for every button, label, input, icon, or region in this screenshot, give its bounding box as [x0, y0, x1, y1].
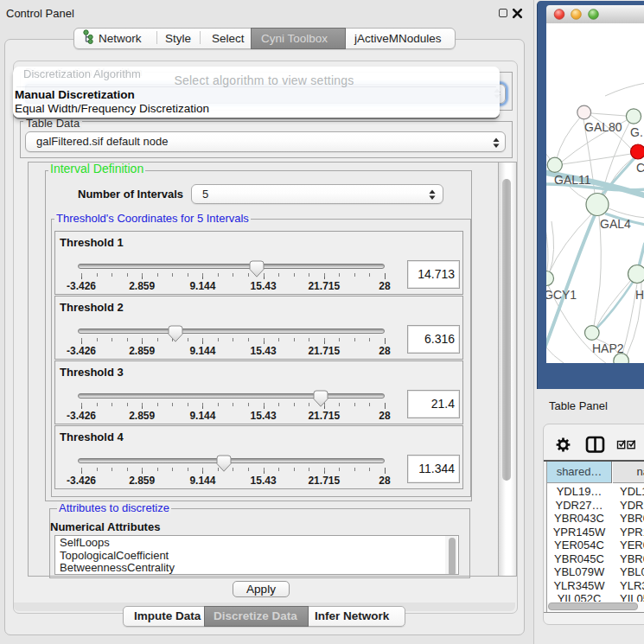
svg-text:HAP2: HAP2 — [592, 341, 624, 355]
svg-text:GCY1: GCY1 — [546, 288, 577, 302]
svg-text:H: H — [635, 288, 644, 302]
svg-text:GAL11: GAL11 — [554, 173, 591, 187]
svg-text:GAL4: GAL4 — [600, 217, 631, 231]
svg-text:G.: G. — [630, 125, 643, 139]
svg-text:GAL80: GAL80 — [584, 120, 622, 134]
svg-text:C: C — [636, 161, 644, 175]
